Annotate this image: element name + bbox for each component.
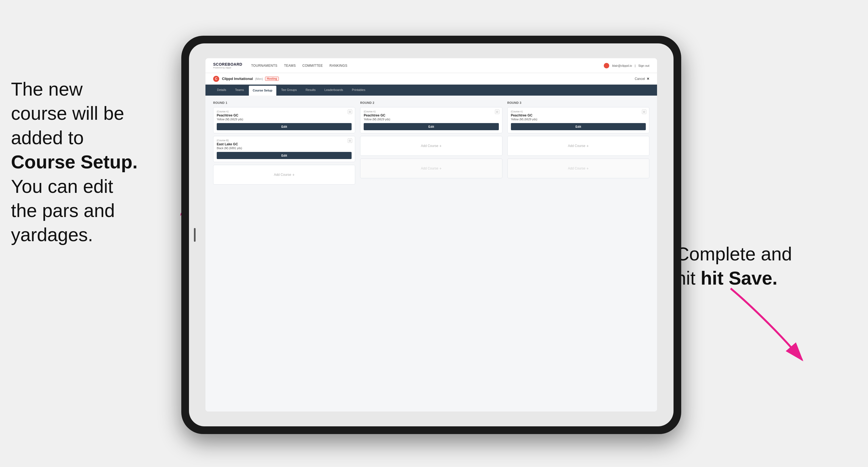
round2-add-course-label: Add Course — [421, 144, 438, 148]
nav-links: TOURNAMENTS TEAMS COMMITTEE RANKINGS — [251, 63, 604, 69]
tablet-inner: SCOREBOARD Powered by clippd TOURNAMENTS… — [189, 43, 674, 426]
sub-header: C Clippd Invitational (Men) Hosting Canc… — [206, 73, 657, 85]
round2-course-a-delete-button[interactable]: ⊡ — [495, 110, 499, 114]
nav-rankings[interactable]: RANKINGS — [329, 63, 347, 69]
round-3-col: Round 3 ⊡ (Course A) Peachtree GC Yellow… — [507, 101, 649, 187]
tournament-type: (Men) — [255, 77, 263, 81]
tablet-side-button — [194, 228, 195, 242]
round3-course-a-card: ⊡ (Course A) Peachtree GC Yellow (M) (66… — [507, 107, 649, 133]
round1-course-b-label: (Course B) — [217, 139, 351, 142]
round1-add-course-label: Add Course — [274, 173, 291, 177]
tab-tee-groups[interactable]: Tee Groups — [277, 85, 301, 96]
tab-results[interactable]: Results — [302, 85, 319, 96]
round1-course-a-card: ⊡ (Course A) Peachtree GC Yellow (M) (66… — [213, 107, 355, 133]
left-annotation: The new course will be added to Course S… — [11, 77, 181, 247]
round1-course-a-edit-button[interactable]: Edit — [217, 123, 351, 130]
tournament-logo-icon: C — [213, 76, 219, 82]
round3-add-course-disabled-label: Add Course — [568, 166, 585, 170]
cancel-label[interactable]: Cancel — [635, 77, 645, 81]
nav-teams[interactable]: TEAMS — [284, 63, 296, 69]
round2-course-a-tee: Yellow (M) (6629 yds) — [364, 118, 499, 121]
round1-course-b-edit-button[interactable]: Edit — [217, 152, 351, 159]
logo-text: SCOREBOARD — [213, 62, 242, 66]
round2-add-course-button[interactable]: Add Course + — [360, 136, 502, 156]
round3-add-course-disabled: Add Course + — [507, 158, 649, 178]
round3-add-course-plus-icon: + — [586, 144, 589, 148]
logo-sub: Powered by clippd — [213, 66, 242, 69]
rounds-grid: Round 1 ⊡ (Course A) Peachtree GC Yellow… — [213, 101, 649, 187]
round3-add-course-button[interactable]: Add Course + — [507, 136, 649, 156]
round2-add-course-disabled: Add Course + — [360, 158, 502, 178]
tab-leaderboards[interactable]: Leaderboards — [320, 85, 347, 96]
round-3-label: Round 3 — [507, 101, 649, 104]
round2-course-a-card: ⊡ (Course A) Peachtree GC Yellow (M) (66… — [360, 107, 502, 133]
round1-course-a-delete-button[interactable]: ⊡ — [348, 110, 352, 114]
round1-course-b-name: East Lake GC — [217, 142, 351, 146]
round1-course-a-name: Peachtree GC — [217, 114, 351, 117]
round3-add-course-disabled-plus-icon: + — [586, 166, 589, 170]
tab-teams[interactable]: Teams — [231, 85, 248, 96]
tablet-frame: SCOREBOARD Powered by clippd TOURNAMENTS… — [181, 36, 681, 434]
scoreboard-logo: SCOREBOARD Powered by clippd — [213, 62, 242, 69]
round-2-col: Round 2 ⊡ (Course A) Peachtree GC Yellow… — [360, 101, 502, 187]
round1-course-b-delete-button[interactable]: ⊡ — [348, 138, 352, 143]
round2-add-course-disabled-plus-icon: + — [439, 166, 442, 170]
nav-committee[interactable]: COMMITTEE — [303, 63, 323, 69]
round-2-label: Round 2 — [360, 101, 502, 104]
round3-add-course-label: Add Course — [568, 144, 585, 148]
round3-course-a-label: (Course A) — [511, 110, 646, 113]
round2-add-course-plus-icon: + — [439, 144, 442, 148]
round-1-label: Round 1 — [213, 101, 355, 104]
cancel-x-icon[interactable]: ✕ — [647, 77, 649, 81]
round2-add-course-disabled-label: Add Course — [421, 166, 438, 170]
round2-course-a-label: (Course A) — [364, 110, 499, 113]
tab-printables[interactable]: Printables — [348, 85, 369, 96]
tab-course-setup[interactable]: Course Setup — [249, 86, 276, 96]
right-arrow-icon — [720, 280, 813, 368]
nav-avatar — [604, 63, 609, 68]
round3-course-a-edit-button[interactable]: Edit — [511, 123, 646, 130]
sub-header-right: Cancel ✕ — [635, 77, 649, 81]
round3-course-a-delete-button[interactable]: ⊡ — [642, 110, 646, 114]
round3-course-a-tee: Yellow (M) (6629 yds) — [511, 118, 646, 121]
round3-course-a-name: Peachtree GC — [511, 114, 646, 117]
user-email: blair@clippd.io — [612, 64, 632, 67]
round1-course-b-card: ⊡ (Course B) East Lake GC Black (M) (689… — [213, 136, 355, 162]
round1-course-a-tee: Yellow (M) (6629 yds) — [217, 118, 351, 121]
tab-details[interactable]: Details — [213, 85, 230, 96]
round-1-col: Round 1 ⊡ (Course A) Peachtree GC Yellow… — [213, 101, 355, 187]
round1-add-course-plus-icon: + — [292, 173, 294, 177]
screen: SCOREBOARD Powered by clippd TOURNAMENTS… — [206, 58, 657, 411]
nav-tournaments[interactable]: TOURNAMENTS — [251, 63, 277, 69]
tournament-badge: Hosting — [265, 76, 279, 81]
right-annotation: Complete and hit hit Save. — [676, 242, 835, 290]
round1-course-b-tee: Black (M) (6891 yds) — [217, 147, 351, 150]
round1-course-a-label: (Course A) — [217, 110, 351, 113]
main-content: Round 1 ⊡ (Course A) Peachtree GC Yellow… — [206, 96, 657, 411]
nav-separator: | — [635, 64, 636, 67]
round1-add-course-button[interactable]: Add Course + — [213, 165, 355, 185]
top-nav: SCOREBOARD Powered by clippd TOURNAMENTS… — [206, 58, 657, 73]
round2-course-a-edit-button[interactable]: Edit — [364, 123, 499, 130]
round2-course-a-name: Peachtree GC — [364, 114, 499, 117]
nav-right: blair@clippd.io | Sign out — [604, 63, 649, 68]
tournament-name: Clippd Invitational — [222, 76, 253, 81]
sign-out-link[interactable]: Sign out — [639, 64, 649, 67]
tab-bar: Details Teams Course Setup Tee Groups Re… — [206, 85, 657, 96]
